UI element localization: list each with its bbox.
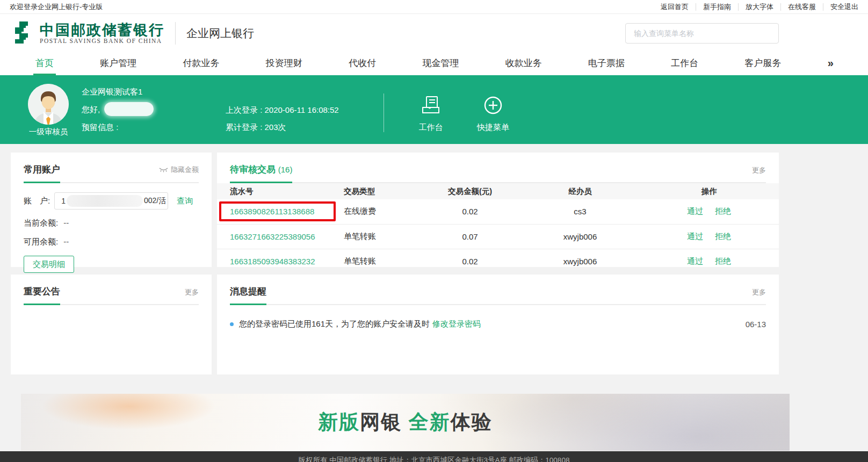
quick-menu-shortcut[interactable]: 快捷菜单 <box>471 96 516 133</box>
nav-more-chevron-icon[interactable]: » <box>826 53 835 75</box>
serial-number-link[interactable]: 1663890826113138688 <box>230 207 314 216</box>
nav-item-e-bills[interactable]: 电子票据 <box>586 53 627 75</box>
workbench-shortcut[interactable]: 工作台 <box>408 96 453 133</box>
account-number-suffix: 002/活 <box>144 196 166 206</box>
messages-more-link[interactable]: 更多 <box>752 287 766 297</box>
promo-slogan: 新版网银 全新体验 <box>318 409 492 436</box>
hide-amount-label[interactable]: 隐藏金额 <box>171 165 199 175</box>
reject-link[interactable]: 拒绝 <box>715 256 731 265</box>
slogan-part-3: 全新 <box>402 411 450 433</box>
user-info: 企业网银测试客1 您好, 预留信息 : <box>82 87 154 140</box>
page-content: 常用账户 隐藏金额 账 户: 1 002/活 <box>11 153 779 451</box>
table-header-row: 流水号 交易类型 交易金额(元) 经办员 操作 <box>217 183 779 199</box>
workbench-label: 工作台 <box>408 122 453 133</box>
quick-menu-label: 快捷菜单 <box>471 122 516 133</box>
transaction-amount: 0.02 <box>419 199 521 224</box>
table-row: 1663185093948383232 单笔转账 0.02 xwyjb006 通… <box>217 249 779 273</box>
nav-item-collection-payment[interactable]: 代收付 <box>346 53 378 75</box>
total-login-text: 累计登录 : 203次 <box>226 122 339 131</box>
transaction-operator: cs3 <box>521 199 639 224</box>
masked-account-number <box>67 195 143 207</box>
transactions-table: 流水号 交易类型 交易金额(元) 经办员 操作 1663890826113138… <box>217 183 779 273</box>
bullet-dot-icon <box>230 322 234 326</box>
announcements-card: 重要公告 更多 <box>11 275 212 374</box>
current-balance-label: 当前余额: <box>24 218 58 227</box>
serial-number-link[interactable]: 1663185093948383232 <box>230 257 315 266</box>
common-accounts-card: 常用账户 隐藏金额 账 户: 1 002/活 <box>11 153 212 267</box>
col-type: 交易类型 <box>344 183 419 199</box>
change-password-link[interactable]: 修改登录密码 <box>432 319 481 329</box>
avatar <box>28 84 69 125</box>
col-actions: 操作 <box>639 183 779 199</box>
approve-link[interactable]: 通过 <box>687 206 703 215</box>
serial-number-link[interactable]: 1663271663225389056 <box>230 232 315 241</box>
menu-search-input[interactable] <box>625 23 779 44</box>
link-beginner-guide[interactable]: 新手指南 <box>696 3 739 11</box>
transaction-type: 单笔转账 <box>344 224 419 249</box>
slogan-part-1: 新版 <box>318 411 360 433</box>
available-balance-label: 可用余额: <box>24 237 58 246</box>
pending-transactions-card: 待审核交易 (16) 更多 流水号 交易类型 交易金额(元) 经办员 操作 <box>217 153 779 267</box>
nav-item-home[interactable]: 首页 <box>33 53 56 75</box>
avatar-person-icon <box>28 84 69 125</box>
message-date: 06-13 <box>746 320 766 329</box>
link-return-home[interactable]: 返回首页 <box>654 3 696 11</box>
product-title: 企业网上银行 <box>186 26 254 41</box>
transaction-amount: 0.02 <box>419 249 521 273</box>
col-serial: 流水号 <box>217 183 344 199</box>
announcements-more-link[interactable]: 更多 <box>185 287 199 297</box>
common-accounts-title: 常用账户 <box>24 163 60 183</box>
main-nav: 首页 账户管理 付款业务 投资理财 代收付 现金管理 收款业务 电子票据 工作台… <box>0 53 868 75</box>
reject-link[interactable]: 拒绝 <box>715 206 731 215</box>
transaction-type: 单笔转账 <box>344 249 419 273</box>
link-online-service[interactable]: 在线客服 <box>781 3 823 11</box>
account-select[interactable]: 1 002/活 <box>54 192 168 210</box>
footer: 版权所有 中国邮政储蓄银行 地址：北京市西城区金融大街3号A座 邮政编码：100… <box>0 451 868 462</box>
top-utility-bar: 欢迎登录企业网上银行-专业版 返回首页 新手指南 放大字体 在线客服 安全退出 <box>0 0 868 14</box>
nav-item-account-management[interactable]: 账户管理 <box>98 53 139 75</box>
workbench-icon <box>421 96 441 115</box>
link-enlarge-font[interactable]: 放大字体 <box>739 3 781 11</box>
bank-logo-icon <box>12 21 34 46</box>
message-item: 您的登录密码已使用161天，为了您的账户安全请及时 修改登录密码 06-13 <box>230 319 766 329</box>
announcements-title: 重要公告 <box>24 285 60 305</box>
approve-link[interactable]: 通过 <box>687 232 703 241</box>
header: 中国邮政储蓄银行 POSTAL SAVINGS BANK OF CHINA 企业… <box>0 14 868 53</box>
available-balance-value: -- <box>63 237 69 246</box>
promo-banner: 新版网银 全新体验 <box>21 394 790 451</box>
nav-item-receivables[interactable]: 收款业务 <box>503 53 544 75</box>
link-safe-logout[interactable]: 安全退出 <box>823 3 858 11</box>
slogan-part-2: 网银 <box>360 411 402 433</box>
col-operator: 经办员 <box>521 183 639 199</box>
messages-title: 消息提醒 <box>230 285 266 305</box>
nav-item-investment[interactable]: 投资理财 <box>264 53 305 75</box>
company-name: 企业网银测试客1 <box>82 87 154 96</box>
topbar-links: 返回首页 新手指南 放大字体 在线客服 安全退出 <box>654 3 858 11</box>
transaction-amount: 0.07 <box>419 224 521 249</box>
last-login-text: 上次登录 : 2020-06-11 16:08:52 <box>226 105 339 114</box>
nav-item-workbench[interactable]: 工作台 <box>669 53 700 75</box>
nav-item-cash-management[interactable]: 现金管理 <box>420 53 461 75</box>
reject-link[interactable]: 拒绝 <box>715 232 731 241</box>
welcome-text: 欢迎登录企业网上银行-专业版 <box>10 2 103 12</box>
hide-amount-toggle[interactable]: 隐藏金额 <box>159 165 199 175</box>
nav-item-customer-service[interactable]: 客户服务 <box>743 53 784 75</box>
current-balance-value: -- <box>63 218 69 227</box>
nav-item-payment[interactable]: 付款业务 <box>181 53 222 75</box>
transactions-more-link[interactable]: 更多 <box>752 165 766 175</box>
hero-divider <box>384 93 384 132</box>
masked-username <box>104 102 154 116</box>
eye-closed-icon <box>159 167 168 172</box>
approve-link[interactable]: 通过 <box>687 256 703 265</box>
transaction-operator: xwyjb006 <box>521 249 639 273</box>
table-row: 1663271663225389056 单笔转账 0.07 xwyjb006 通… <box>217 224 779 249</box>
header-divider <box>175 22 176 45</box>
account-label: 账 户: <box>24 196 50 206</box>
bank-name-cn: 中国邮政储蓄银行 <box>40 23 164 38</box>
account-query-link[interactable]: 查询 <box>177 196 193 206</box>
user-hero-banner: 一级审核员 企业网银测试客1 您好, 预留信息 : 上次登录 : 2020-06… <box>0 75 868 144</box>
transaction-type: 在线缴费 <box>344 199 419 224</box>
bank-name-en: POSTAL SAVINGS BANK OF CHINA <box>40 38 164 44</box>
transaction-detail-button[interactable]: 交易明细 <box>24 256 74 273</box>
login-stats: 上次登录 : 2020-06-11 16:08:52 累计登录 : 203次 <box>226 105 339 140</box>
